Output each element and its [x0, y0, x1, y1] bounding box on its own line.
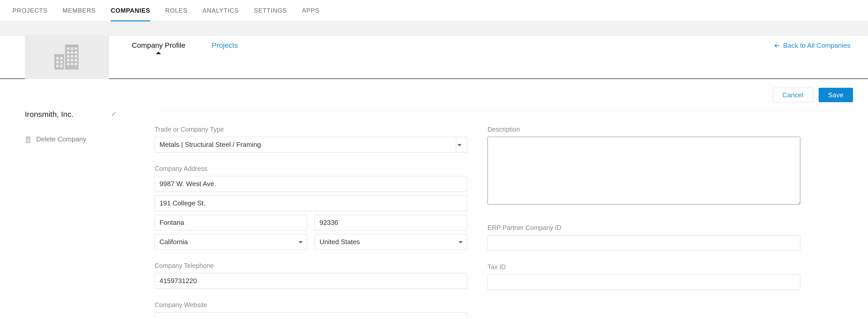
svg-rect-8 — [67, 55, 69, 58]
erp-input[interactable] — [488, 235, 800, 251]
svg-rect-18 — [60, 57, 63, 59]
nav-settings[interactable]: SETTINGS — [254, 0, 287, 21]
trade-type-value: Metals | Structural Steel / Framing — [155, 137, 467, 152]
tax-group: Tax ID — [488, 263, 800, 290]
nav-members[interactable]: MEMBERS — [63, 0, 96, 21]
address-group: Company Address California — [155, 165, 467, 250]
country-select[interactable]: United States — [315, 234, 467, 250]
address-label: Company Address — [155, 165, 467, 172]
form-columns: Trade or Company Type Metals | Structura… — [155, 126, 853, 319]
svg-rect-7 — [75, 51, 77, 54]
form-right-column: Description ERP Partner Company ID Tax I… — [488, 126, 800, 319]
sub-strip — [0, 21, 868, 36]
delete-company-label: Delete Company — [36, 135, 86, 143]
address-line2-input[interactable] — [155, 196, 467, 211]
tab-company-profile[interactable]: Company Profile — [132, 41, 185, 54]
svg-rect-12 — [71, 59, 73, 62]
svg-rect-14 — [67, 63, 69, 65]
save-button[interactable]: Save — [818, 88, 853, 102]
nav-analytics[interactable]: ANALYTICS — [203, 0, 239, 21]
nav-apps[interactable]: APPS — [302, 0, 319, 21]
nav-projects[interactable]: PROJECTS — [12, 0, 48, 21]
main-panel: Cancel Save Trade or Company Type Metals… — [155, 79, 868, 319]
company-logo-placeholder — [25, 35, 109, 79]
svg-rect-11 — [67, 59, 69, 62]
svg-rect-13 — [75, 59, 77, 62]
arrow-left-icon — [774, 43, 780, 49]
svg-rect-4 — [75, 47, 77, 50]
delete-company-button[interactable]: Delete Company — [25, 135, 117, 143]
svg-rect-15 — [71, 63, 73, 65]
company-name-row: Ironsmith, Inc. — [25, 110, 117, 119]
tab-projects[interactable]: Projects — [212, 41, 238, 54]
svg-rect-10 — [75, 55, 77, 58]
pencil-icon — [111, 111, 117, 117]
top-nav: PROJECTS MEMBERS COMPANIES ROLES ANALYTI… — [0, 0, 868, 21]
cancel-button[interactable]: Cancel — [773, 88, 813, 102]
svg-rect-22 — [60, 65, 63, 67]
trade-type-select[interactable]: Metals | Structural Steel / Framing — [155, 137, 467, 152]
form-left-column: Trade or Company Type Metals | Structura… — [155, 126, 467, 319]
description-label: Description — [488, 126, 800, 133]
nav-roles[interactable]: ROLES — [165, 0, 187, 21]
svg-rect-9 — [71, 55, 73, 58]
website-input[interactable] — [155, 312, 467, 319]
svg-rect-17 — [56, 57, 59, 59]
website-group: Company Website — [155, 301, 467, 319]
company-name: Ironsmith, Inc. — [25, 110, 73, 119]
svg-rect-3 — [71, 47, 73, 50]
state-select-control[interactable]: California — [155, 234, 307, 250]
tax-input[interactable] — [488, 274, 800, 290]
phone-input[interactable] — [155, 273, 467, 289]
back-link-label: Back to All Companies — [783, 41, 850, 49]
action-row: Cancel Save — [155, 79, 853, 110]
trade-type-group: Trade or Company Type Metals | Structura… — [155, 126, 467, 152]
erp-label: ERP Partner Company ID — [488, 224, 800, 232]
page-body: Ironsmith, Inc. Delete Company Cancel Sa… — [0, 79, 868, 319]
chevron-down-icon — [456, 137, 467, 152]
tax-label: Tax ID — [488, 263, 800, 271]
page-tabs: Company Profile Projects Back to All Com… — [132, 36, 853, 54]
svg-rect-16 — [75, 63, 77, 65]
edit-company-name-button[interactable] — [111, 111, 117, 118]
nav-companies[interactable]: COMPANIES — [111, 0, 150, 21]
country-select-control[interactable]: United States — [315, 234, 467, 250]
svg-rect-19 — [56, 61, 59, 63]
state-select[interactable]: California — [155, 234, 307, 250]
back-to-companies-link[interactable]: Back to All Companies — [774, 41, 853, 54]
erp-group: ERP Partner Company ID — [488, 224, 800, 251]
svg-rect-6 — [71, 51, 73, 54]
city-input[interactable] — [155, 215, 307, 231]
building-icon — [52, 44, 83, 70]
website-label: Company Website — [155, 301, 467, 309]
description-group: Description — [488, 126, 800, 206]
svg-rect-20 — [60, 61, 63, 63]
trash-icon — [25, 136, 32, 143]
address-line1-input[interactable] — [155, 176, 467, 192]
sidebar: Ironsmith, Inc. Delete Company — [0, 79, 132, 319]
trade-type-label: Trade or Company Type — [155, 126, 467, 133]
phone-group: Company Telephone — [155, 262, 467, 289]
description-textarea[interactable] — [488, 137, 800, 204]
header-row: Company Profile Projects Back to All Com… — [0, 36, 868, 79]
phone-label: Company Telephone — [155, 262, 467, 270]
svg-rect-2 — [67, 47, 69, 50]
svg-rect-21 — [56, 65, 59, 67]
postal-input[interactable] — [315, 215, 467, 231]
svg-rect-5 — [67, 51, 69, 54]
